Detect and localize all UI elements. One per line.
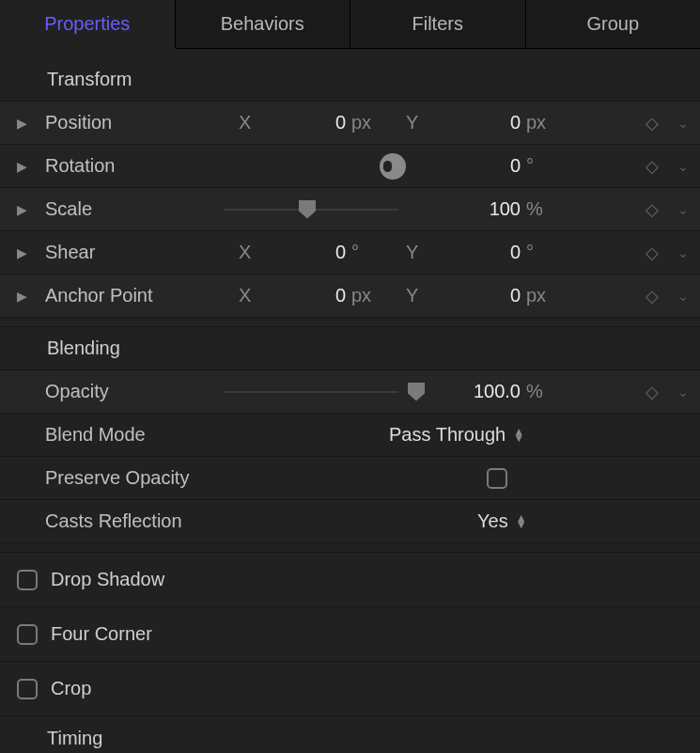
disclosure-triangle-icon[interactable]: ▶ [17, 202, 36, 217]
label-scale: Scale [36, 198, 205, 220]
anchor-y-value[interactable]: 0 [464, 285, 521, 306]
row-anchor-point: ▶ Anchor Point X 0 px Y 0 px ◇ ⌄ [0, 275, 700, 318]
blend-mode-popup[interactable]: Pass Through ▲▼ [389, 424, 524, 446]
rotation-value[interactable]: 0 [464, 155, 521, 177]
sort-arrows-icon: ▲▼ [513, 429, 524, 442]
shear-x-unit: ° [351, 242, 359, 263]
row-crop: Crop [0, 662, 700, 716]
chevron-down-icon[interactable]: ⌄ [676, 159, 691, 174]
axis-label-x: X [239, 112, 251, 133]
label-anchor-point: Anchor Point [36, 285, 205, 306]
label-position: Position [36, 112, 205, 133]
casts-reflection-popup[interactable]: Yes ▲▼ [477, 510, 527, 532]
disclosure-triangle-icon[interactable]: ▶ [17, 245, 36, 260]
preserve-opacity-checkbox[interactable] [487, 468, 507, 489]
shear-y-unit: ° [526, 242, 534, 263]
opacity-value[interactable]: 100.0 [464, 381, 521, 402]
axis-label-y: Y [406, 242, 418, 263]
row-shear: ▶ Shear X 0 ° Y 0 ° ◇ ⌄ [0, 231, 700, 275]
row-casts-reflection: Casts Reflection Yes ▲▼ [0, 500, 700, 543]
position-x-value[interactable]: 0 [289, 112, 346, 133]
anchor-x-unit: px [351, 285, 371, 306]
properties-panel: Transform ▶ Position X 0 px Y 0 px ◇ ⌄ ▶… [0, 49, 700, 753]
opacity-slider-thumb[interactable] [408, 383, 425, 401]
sort-arrows-icon: ▲▼ [516, 515, 527, 528]
label-preserve-opacity: Preserve Opacity [36, 467, 205, 489]
keyframe-diamond-icon[interactable]: ◇ [646, 156, 659, 177]
row-opacity: Opacity 100.0 % ◇ ⌄ [0, 370, 700, 414]
disclosure-triangle-icon[interactable]: ▶ [17, 159, 36, 174]
scale-value[interactable]: 100 [464, 198, 521, 220]
shear-x-value[interactable]: 0 [289, 242, 346, 263]
row-scale: ▶ Scale 100 % ◇ ⌄ [0, 188, 700, 231]
opacity-unit: % [526, 381, 543, 402]
section-header-transform: Transform [0, 58, 700, 102]
label-crop: Crop [51, 678, 91, 699]
label-blend-mode: Blend Mode [36, 424, 205, 446]
opacity-slider[interactable] [224, 391, 398, 393]
chevron-down-icon[interactable]: ⌄ [676, 116, 691, 131]
label-drop-shadow: Drop Shadow [51, 569, 164, 590]
label-opacity: Opacity [36, 381, 205, 402]
section-header-timing: Timing [0, 716, 700, 753]
chevron-down-icon[interactable]: ⌄ [676, 289, 691, 304]
tab-group[interactable]: Group [526, 0, 701, 49]
keyframe-diamond-icon[interactable]: ◇ [646, 382, 659, 402]
row-preserve-opacity: Preserve Opacity [0, 457, 700, 500]
label-casts-reflection: Casts Reflection [36, 510, 205, 532]
four-corner-checkbox[interactable] [17, 624, 38, 645]
blend-mode-value: Pass Through [389, 424, 506, 446]
label-shear: Shear [36, 242, 205, 263]
scale-slider[interactable] [224, 209, 398, 211]
axis-label-x: X [239, 242, 251, 263]
tab-behaviors[interactable]: Behaviors [176, 0, 351, 49]
tab-properties[interactable]: Properties [0, 0, 176, 49]
axis-label-y: Y [406, 285, 418, 306]
position-x-unit: px [351, 112, 371, 133]
anchor-x-value[interactable]: 0 [289, 285, 346, 306]
chevron-down-icon[interactable]: ⌄ [676, 384, 691, 400]
axis-label-x: X [239, 285, 251, 306]
section-header-blending: Blending [0, 327, 700, 370]
row-blend-mode: Blend Mode Pass Through ▲▼ [0, 414, 700, 457]
disclosure-triangle-icon[interactable]: ▶ [17, 289, 36, 304]
keyframe-diamond-icon[interactable]: ◇ [646, 243, 659, 263]
row-four-corner: Four Corner [0, 607, 700, 662]
scale-slider-thumb[interactable] [299, 200, 316, 219]
tab-filters[interactable]: Filters [350, 0, 526, 49]
row-rotation: ▶ Rotation 0 ° ◇ ⌄ [0, 145, 700, 188]
inspector-tabs: Properties Behaviors Filters Group [0, 0, 700, 49]
scale-unit: % [526, 198, 543, 220]
drop-shadow-checkbox[interactable] [17, 570, 38, 590]
row-position: ▶ Position X 0 px Y 0 px ◇ ⌄ [0, 102, 700, 145]
chevron-down-icon[interactable]: ⌄ [676, 202, 691, 217]
disclosure-triangle-icon[interactable]: ▶ [17, 116, 36, 131]
keyframe-diamond-icon[interactable]: ◇ [646, 199, 659, 220]
rotation-dial[interactable] [380, 153, 406, 180]
chevron-down-icon[interactable]: ⌄ [676, 245, 691, 260]
keyframe-diamond-icon[interactable]: ◇ [646, 113, 659, 133]
position-y-value[interactable]: 0 [464, 112, 521, 133]
label-four-corner: Four Corner [51, 623, 152, 645]
rotation-unit: ° [526, 155, 534, 177]
crop-checkbox[interactable] [17, 679, 38, 699]
anchor-y-unit: px [526, 285, 546, 306]
axis-label-y: Y [406, 112, 418, 133]
shear-y-value[interactable]: 0 [464, 242, 521, 263]
row-drop-shadow: Drop Shadow [0, 553, 700, 607]
label-rotation: Rotation [36, 155, 205, 177]
casts-reflection-value: Yes [477, 510, 508, 532]
keyframe-diamond-icon[interactable]: ◇ [646, 286, 659, 306]
position-y-unit: px [526, 112, 546, 133]
